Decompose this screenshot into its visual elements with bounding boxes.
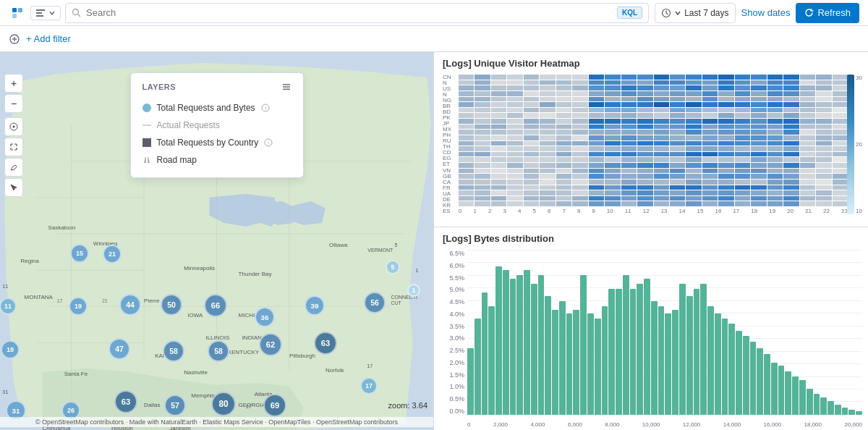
- layer-road-icon: [142, 156, 151, 164]
- chart-bar[interactable]: [602, 306, 608, 415]
- chart-bar[interactable]: [820, 397, 827, 415]
- chart-bar[interactable]: [792, 376, 799, 415]
- heatmap-cell: [605, 113, 620, 118]
- chart-bar[interactable]: [488, 306, 495, 415]
- heatmap-cell: [507, 146, 522, 151]
- chart-bar[interactable]: [623, 275, 629, 415]
- chart-bar[interactable]: [848, 410, 855, 415]
- chart-bar[interactable]: [644, 279, 650, 415]
- chart-bar[interactable]: [807, 389, 813, 415]
- chart-x-label: 12,000: [683, 421, 700, 428]
- map-area[interactable]: Saskatoon Winnipeg Regina MONTANA 17 21 …: [0, 52, 433, 430]
- heatmap-cell: [459, 108, 474, 113]
- heatmap-cell: [702, 196, 718, 201]
- compass-button[interactable]: [4, 117, 23, 136]
- heatmap-cell: [475, 113, 490, 118]
- layer-item-road-map[interactable]: Road map: [142, 151, 292, 169]
- chart-bar[interactable]: [764, 354, 770, 415]
- chart-bar[interactable]: [771, 363, 778, 415]
- chart-bar[interactable]: [637, 284, 643, 415]
- chart-bar[interactable]: [495, 266, 502, 415]
- heatmap-cell: [735, 125, 750, 130]
- heatmap-cell: [816, 113, 831, 118]
- layer-item-actual-requests[interactable]: Actual Requests: [142, 117, 292, 134]
- time-picker[interactable]: Last 7 days: [655, 3, 735, 23]
- chart-bar[interactable]: [728, 324, 735, 415]
- refresh-button[interactable]: Refresh: [796, 3, 859, 23]
- chart-bar[interactable]: [580, 275, 587, 415]
- heatmap-cell: [540, 141, 555, 146]
- chart-bar[interactable]: [750, 342, 757, 415]
- chart-bar[interactable]: [467, 348, 474, 415]
- chart-bar[interactable]: [672, 310, 678, 415]
- chart-bar[interactable]: [475, 319, 481, 415]
- chart-bar[interactable]: [700, 284, 707, 415]
- chart-bar[interactable]: [814, 394, 820, 415]
- chart-bar[interactable]: [516, 275, 523, 415]
- search-input[interactable]: [86, 7, 613, 18]
- chart-bar[interactable]: [715, 313, 721, 415]
- show-dates-button[interactable]: Show dates: [741, 7, 791, 18]
- chart-bar[interactable]: [510, 279, 516, 415]
- chart-bar[interactable]: [842, 408, 848, 415]
- layers-menu-icon[interactable]: [281, 82, 292, 92]
- chart-bar[interactable]: [595, 319, 601, 415]
- heatmap-legend-labels: 30 20 10: [856, 75, 862, 214]
- chart-bar[interactable]: [559, 301, 566, 415]
- heatmap-cell: [524, 185, 539, 190]
- chart-bar[interactable]: [827, 401, 834, 415]
- chart-bar[interactable]: [545, 296, 551, 415]
- layer-item-requests-by-country[interactable]: Total Requests by Country i: [142, 134, 292, 151]
- chart-bar[interactable]: [482, 292, 488, 415]
- chart-bar[interactable]: [686, 296, 693, 415]
- layer-item-total-requests[interactable]: Total Requests and Bytes i: [142, 99, 292, 117]
- chart-bar[interactable]: [616, 289, 622, 415]
- search-container[interactable]: KQL: [65, 3, 649, 23]
- heatmap-cell: [718, 97, 733, 102]
- chart-bar[interactable]: [694, 289, 700, 415]
- chart-bar[interactable]: [799, 380, 806, 415]
- chart-bar[interactable]: [707, 306, 714, 415]
- chart-bar[interactable]: [679, 284, 686, 415]
- chart-bar[interactable]: [658, 306, 665, 415]
- chart-bar[interactable]: [778, 366, 785, 415]
- svg-rect-0: [12, 8, 17, 12]
- expand-button[interactable]: [4, 138, 23, 156]
- chart-bar[interactable]: [665, 313, 671, 415]
- chart-bar[interactable]: [651, 301, 658, 415]
- kql-badge[interactable]: KQL: [617, 7, 642, 19]
- select-button[interactable]: [4, 178, 23, 197]
- chart-bar[interactable]: [743, 336, 749, 415]
- heatmap-cell: [751, 85, 766, 90]
- zoom-in-button[interactable]: +: [4, 74, 23, 93]
- chart-bar[interactable]: [573, 310, 579, 415]
- chart-bar[interactable]: [722, 319, 728, 415]
- left-panel: [Logs] Total Requests and Bytes: [0, 52, 434, 430]
- chart-bar[interactable]: [630, 289, 637, 415]
- chart-bar[interactable]: [835, 405, 841, 415]
- nav-dropdown[interactable]: [30, 6, 61, 20]
- zoom-out-button[interactable]: −: [4, 94, 23, 113]
- chart-bar[interactable]: [736, 331, 742, 415]
- heatmap-cell: [540, 85, 555, 90]
- heatmap-cell: [767, 102, 783, 107]
- chart-bar[interactable]: [587, 313, 594, 415]
- chart-bar[interactable]: [566, 313, 573, 415]
- heatmap-x-label: 13: [661, 208, 668, 214]
- heatmap-cell: [702, 169, 718, 174]
- chart-bar[interactable]: [757, 348, 763, 415]
- chart-bar[interactable]: [856, 411, 862, 415]
- chart-bar[interactable]: [538, 275, 545, 415]
- heatmap-cell: [783, 190, 799, 195]
- heatmap-cell: [816, 185, 831, 190]
- draw-button[interactable]: [4, 158, 23, 177]
- chart-bar[interactable]: [531, 284, 537, 415]
- chart-bar[interactable]: [785, 371, 791, 415]
- chart-bar[interactable]: [608, 289, 615, 415]
- heatmap-cell: [751, 185, 766, 190]
- chart-bar[interactable]: [524, 270, 530, 415]
- chart-bar[interactable]: [552, 310, 558, 415]
- heatmap-cell: [816, 102, 831, 107]
- chart-bar[interactable]: [503, 270, 509, 415]
- add-filter-button[interactable]: + Add filter: [26, 33, 71, 44]
